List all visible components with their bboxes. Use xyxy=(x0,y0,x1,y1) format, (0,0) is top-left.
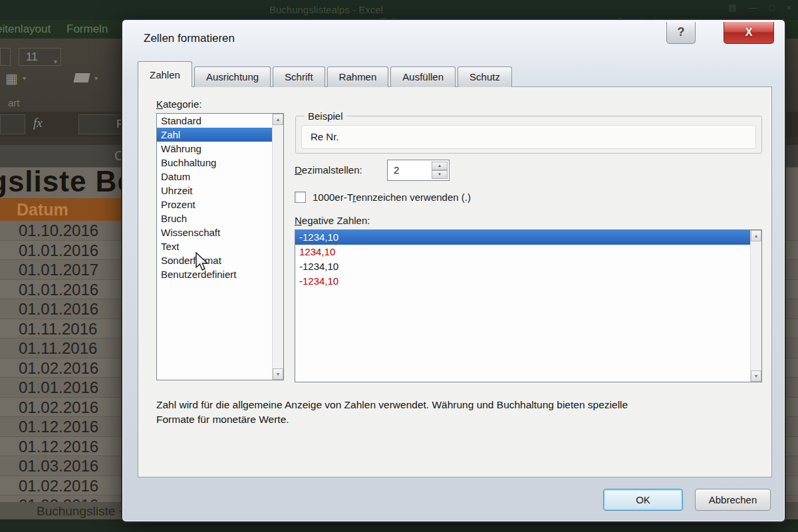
format-cells-dialog: Zellen formatieren ? X Zahlen Ausrichtun… xyxy=(121,19,786,523)
list-item[interactable]: Uhrzeit xyxy=(157,184,283,198)
font-size-value: 11 xyxy=(26,51,38,63)
tab-page-zahlen: Kategorie: Standard Zahl Währung Buchhal… xyxy=(138,86,772,477)
scroll-up-icon[interactable]: ▲ xyxy=(751,230,761,241)
category-description: Zahl wird für die allgemeine Anzeige von… xyxy=(156,398,761,428)
dezimalstellen-label: Dezimalstellen: xyxy=(295,164,362,176)
list-item[interactable]: Standard xyxy=(157,114,283,128)
tab-ausfuellen[interactable]: Ausfüllen xyxy=(390,66,456,87)
spinner-buttons: ▲ ▼ xyxy=(432,162,448,179)
negative-format-selected[interactable]: -1234,10 xyxy=(295,230,761,245)
negative-format-option[interactable]: 1234,10 xyxy=(295,245,761,259)
tab-schutz[interactable]: Schutz xyxy=(458,66,512,87)
help-button[interactable]: ? xyxy=(666,22,696,44)
chevron-down-icon: ▾ xyxy=(23,74,26,82)
negative-zahlen-listbox[interactable]: -1234,10 1234,10 -1234,10 -1234,10 ▲ ▼ xyxy=(295,229,762,382)
ribbon-tab-formeln: Formeln xyxy=(66,23,108,36)
borders-icon: ▦ xyxy=(5,70,18,86)
tab-schrift[interactable]: Schrift xyxy=(273,66,325,87)
dialog-tab-strip: Zahlen Ausrichtung Schrift Rahmen Ausfül… xyxy=(138,65,514,87)
window-title: Buchungslistealps - Excel xyxy=(269,4,383,15)
kategorie-listbox[interactable]: Standard Zahl Währung Buchhaltung Datum … xyxy=(156,113,284,380)
list-item[interactable]: Währung xyxy=(157,142,283,156)
dezimalstellen-value: 2 xyxy=(394,164,399,176)
insert-function-icon: fx xyxy=(33,116,43,130)
thousands-separator-checkbox[interactable] xyxy=(295,192,306,203)
fill-color-icon xyxy=(74,73,90,82)
beispiel-sample-value: Re Nr. xyxy=(301,125,756,149)
negative-zahlen-label: Negative Zahlen: xyxy=(295,215,370,226)
ok-button[interactable]: OK xyxy=(603,489,683,511)
chevron-down-icon: ▾ xyxy=(94,74,98,82)
beispiel-label: Beispiel xyxy=(305,110,346,122)
list-item[interactable]: Datum xyxy=(157,170,283,184)
scrollbar[interactable]: ▲ ▼ xyxy=(272,114,283,380)
ribbon-tab-seitenlayout: eitenlayout xyxy=(0,23,51,36)
list-item[interactable]: Benutzerdefiniert xyxy=(157,267,283,281)
close-button[interactable]: X xyxy=(724,22,774,44)
tab-ausrichtung[interactable]: Ausrichtung xyxy=(194,66,271,87)
name-box xyxy=(0,114,25,134)
spinner-up-icon[interactable]: ▲ xyxy=(432,162,448,170)
restore-icon: □ xyxy=(769,3,775,13)
cancel-button[interactable]: Abbrechen xyxy=(695,489,771,511)
scroll-down-icon[interactable]: ▼ xyxy=(751,370,761,382)
list-item[interactable]: Text xyxy=(157,239,283,253)
thousands-separator-label: 1000er-Trennzeichen verwenden (.) xyxy=(313,192,471,203)
window-controls: ▤ — □ × xyxy=(728,3,791,13)
list-item-selected[interactable]: Zahl xyxy=(157,128,283,142)
scroll-down-icon[interactable]: ▼ xyxy=(273,368,283,380)
list-item[interactable]: Prozent xyxy=(157,198,283,211)
list-item[interactable]: Wissenschaft xyxy=(157,225,283,239)
ribbon-options-icon: ▤ xyxy=(728,3,736,13)
screen: Buchungslistealps - Excel ▤ — □ × eitenl… xyxy=(0,0,798,532)
spinner-down-icon[interactable]: ▼ xyxy=(432,170,448,179)
table-header-datum: Datum xyxy=(17,200,68,219)
scroll-up-icon[interactable]: ▲ xyxy=(273,114,283,125)
scrollbar[interactable]: ▲ ▼ xyxy=(750,230,761,382)
group-label-schriftart: art xyxy=(8,97,20,108)
negative-format-option[interactable]: -1234,10 xyxy=(295,259,761,274)
font-name-box-fragment xyxy=(0,48,11,66)
chevron-down-icon: ▾ xyxy=(54,53,57,70)
tab-zahlen[interactable]: Zahlen xyxy=(138,61,192,87)
list-item[interactable]: Buchhaltung xyxy=(157,156,283,170)
dezimalstellen-stepper[interactable]: 2 ▲ ▼ xyxy=(387,160,450,181)
beispiel-groupbox: Beispiel Re Nr. xyxy=(295,116,762,154)
list-item[interactable]: Sonderformat xyxy=(157,253,283,267)
window-close-icon: × xyxy=(786,3,791,13)
negative-format-option[interactable]: -1234,10 xyxy=(295,274,761,289)
tab-rahmen[interactable]: Rahmen xyxy=(327,66,389,87)
list-item[interactable]: Bruch xyxy=(157,211,283,225)
kategorie-label: Kategorie: xyxy=(156,98,201,110)
minimize-icon: — xyxy=(749,3,757,13)
font-size-dropdown: 11 ▾ xyxy=(19,48,61,66)
dialog-title: Zellen formatieren xyxy=(144,32,235,45)
mouse-cursor xyxy=(195,252,211,272)
